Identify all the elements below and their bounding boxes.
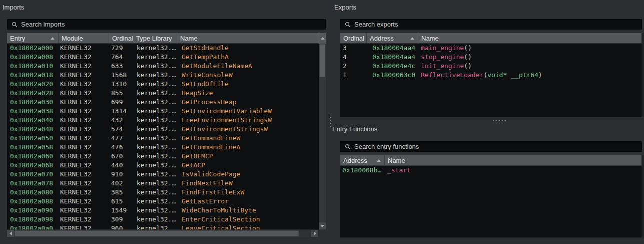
table-row[interactable]: 0x18002a098KERNEL32309kernel32.…EnterCri… [7, 215, 319, 224]
imports-vscroll-up-button[interactable] [319, 33, 326, 44]
column-header-label: Module [62, 35, 83, 42]
cell-entry: 0x18002a070 [7, 170, 58, 179]
cell-type_library: kernel32.… [133, 125, 177, 134]
column-header-ordinal[interactable]: Ordinal [340, 33, 366, 44]
exports-search-input[interactable]: Search exports [340, 19, 642, 30]
imports-table-body: 0x18002a000KERNEL32729kernel32.…GetStdHa… [7, 44, 319, 229]
cell-module: KERNEL32 [58, 125, 109, 134]
entry-functions-search-input[interactable]: Search entry functions [340, 141, 642, 152]
cell-ordinal: 402 [109, 179, 133, 188]
cell-type_library: kernel32.… [133, 134, 177, 143]
column-header-module[interactable]: Module [58, 33, 109, 44]
table-row[interactable]: 0x18002a090KERNEL321549kernel32.…WideCha… [7, 206, 319, 215]
table-row[interactable]: 0x18002a008KERNEL32764kernel32.…GetTempP… [7, 53, 319, 62]
table-row[interactable]: 0x18002a070KERNEL32910kernel32.…IsValidC… [7, 170, 319, 179]
search-icon [345, 144, 351, 150]
cell-module: KERNEL32 [58, 116, 109, 125]
column-header-name[interactable]: Name [418, 33, 641, 44]
imports-vscroll-down-button[interactable] [319, 222, 326, 229]
entry-functions-search-placeholder: Search entry functions [354, 143, 419, 150]
exports-table-body: 30x180004aa4main_engine()40x180004aa4sto… [340, 44, 641, 117]
cell-entry: 0x18002a088 [7, 197, 58, 206]
sort-ascending-icon [410, 37, 414, 40]
entry-functions-panel-title: Entry Functions [332, 125, 377, 133]
horizontal-pane-splitter-handle[interactable] [493, 120, 506, 121]
column-header-entry[interactable]: Entry [7, 33, 58, 44]
column-header-label: Name [180, 35, 198, 42]
column-header-label: Name [421, 35, 439, 42]
table-row[interactable]: 0x18002a0a0KERNEL32960kernel32.…LeaveCri… [7, 224, 319, 229]
column-header-ordinal[interactable]: Ordinal [109, 33, 133, 44]
column-header-address[interactable]: Address [366, 33, 418, 44]
cell-module: KERNEL32 [58, 170, 109, 179]
cell-name: GetACP [177, 161, 319, 170]
cell-type_library: kernel32.… [133, 80, 177, 89]
table-row[interactable]: 0x18002a020KERNEL321310kernel32.…SetEndO… [7, 80, 319, 89]
table-row[interactable]: 0x180008b…_start [340, 166, 641, 175]
cell-type_library: kernel32.… [133, 116, 177, 125]
cell-ordinal: 633 [109, 62, 133, 71]
cell-name: HeapSize [177, 89, 319, 98]
table-row[interactable]: 10x1800063c0ReflectiveLoader(void* __ptr… [340, 71, 641, 80]
table-row[interactable]: 0x18002a058KERNEL32476kernel32.…GetComma… [7, 143, 319, 152]
cell-name: FindFirstFileExW [177, 188, 319, 197]
table-row[interactable]: 0x18002a000KERNEL32729kernel32.…GetStdHa… [7, 44, 319, 53]
cell-ordinal: 440 [109, 161, 133, 170]
vertical-pane-splitter-handle[interactable] [330, 116, 331, 129]
column-header-name[interactable]: Name [384, 155, 641, 166]
imports-search-input[interactable]: Search imports [7, 19, 326, 30]
cell-entry: 0x18002a018 [7, 71, 58, 80]
table-row[interactable]: 40x180004aa4stop_engine() [340, 53, 641, 62]
cell-module: KERNEL32 [58, 143, 109, 152]
cell-address: 0x180004aa4 [366, 53, 418, 62]
cell-type_library: kernel32.… [133, 188, 177, 197]
imports-hscroll-left-button[interactable] [7, 230, 14, 237]
imports-hscroll-right-button[interactable] [311, 230, 318, 237]
cell-type_library: kernel32.… [133, 89, 177, 98]
column-header-address[interactable]: Address [340, 155, 384, 166]
imports-horizontal-scrollbar[interactable] [7, 230, 318, 237]
cell-ordinal: 960 [109, 224, 133, 229]
cell-type_library: kernel32.… [133, 170, 177, 179]
cell-type_library: kernel32.… [133, 206, 177, 215]
cell-entry: 0x18002a068 [7, 161, 58, 170]
cell-type_library: kernel32.… [133, 44, 177, 53]
imports-vertical-scrollbar[interactable] [319, 44, 326, 229]
exports-table-header: OrdinalAddressName [340, 33, 641, 44]
table-row[interactable]: 0x18002a010KERNEL32633kernel32.…GetModul… [7, 62, 319, 71]
table-row[interactable]: 0x18002a030KERNEL32699kernel32.…GetProce… [7, 98, 319, 107]
column-header-type-library[interactable]: Type Library [133, 33, 177, 44]
cell-type_library: kernel32.… [133, 62, 177, 71]
column-header-name[interactable]: Name [177, 33, 319, 44]
cell-name: EnterCriticalSection [177, 215, 319, 224]
cell-ordinal: 476 [109, 143, 133, 152]
table-row[interactable]: 30x180004aa4main_engine() [340, 44, 641, 53]
cell-name: FindNextFileW [177, 179, 319, 188]
table-row[interactable]: 20x180004e4cinit_engine() [340, 62, 641, 71]
cell-entry: 0x18002a080 [7, 188, 58, 197]
table-row[interactable]: 0x18002a078KERNEL32402kernel32.…FindNext… [7, 179, 319, 188]
cell-name: _start [384, 166, 641, 175]
exports-scroll-track [641, 33, 644, 117]
table-row[interactable]: 0x18002a080KERNEL32385kernel32.…FindFirs… [7, 188, 319, 197]
table-row[interactable]: 0x18002a050KERNEL32477kernel32.…GetComma… [7, 134, 319, 143]
cell-entry: 0x18002a060 [7, 152, 58, 161]
column-header-label: Address [343, 157, 367, 164]
cell-module: KERNEL32 [58, 206, 109, 215]
table-row[interactable]: 0x18002a088KERNEL32615kernel32.…GetLastE… [7, 197, 319, 206]
table-row[interactable]: 0x18002a068KERNEL32440kernel32.…GetACP [7, 161, 319, 170]
cell-ordinal: 910 [109, 170, 133, 179]
cell-type_library: kernel32.… [133, 71, 177, 80]
imports-hscroll-thumb[interactable] [15, 230, 299, 236]
table-row[interactable]: 0x18002a040KERNEL32432kernel32.…FreeEnvi… [7, 116, 319, 125]
table-row[interactable]: 0x18002a048KERNEL32574kernel32.…GetEnvir… [7, 125, 319, 134]
imports-vscroll-thumb[interactable] [319, 44, 325, 77]
table-row[interactable]: 0x18002a060KERNEL32670kernel32.…GetOEMCP [7, 152, 319, 161]
cell-entry: 0x18002a098 [7, 215, 58, 224]
triangle-left-icon [10, 231, 12, 235]
cell-ordinal: 764 [109, 53, 133, 62]
table-row[interactable]: 0x18002a038KERNEL321314kernel32.…SetEnvi… [7, 107, 319, 116]
table-row[interactable]: 0x18002a018KERNEL321568kernel32.…WriteCo… [7, 71, 319, 80]
table-row[interactable]: 0x18002a028KERNEL32855kernel32.…HeapSize [7, 89, 319, 98]
cell-entry: 0x18002a040 [7, 116, 58, 125]
